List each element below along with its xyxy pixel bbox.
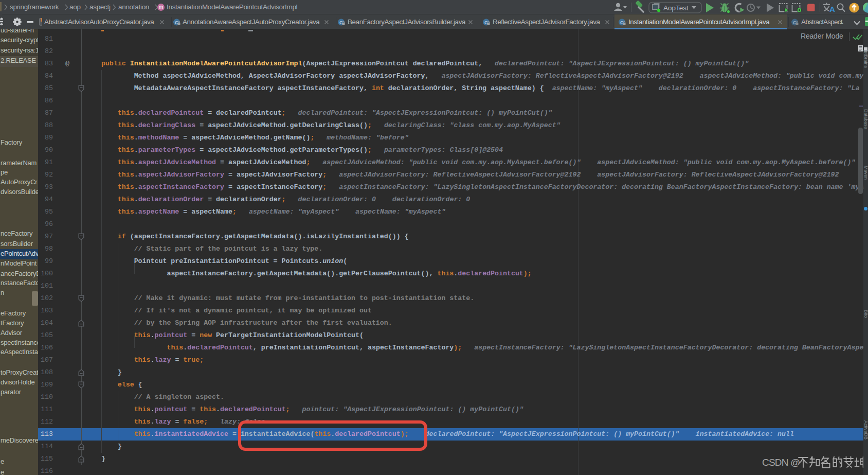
- svg-text:AopTest: AopTest: [663, 4, 689, 12]
- svg-text:A: A: [829, 5, 835, 13]
